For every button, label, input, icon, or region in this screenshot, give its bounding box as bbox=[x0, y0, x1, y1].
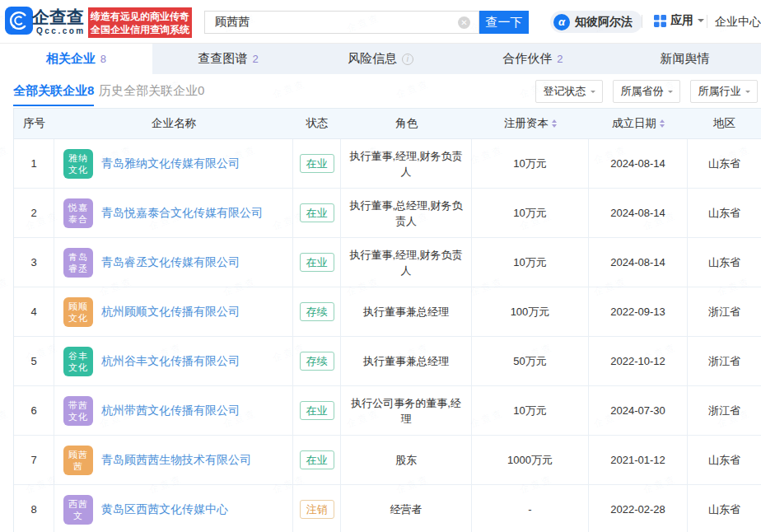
sort-icon[interactable] bbox=[552, 119, 557, 128]
region-cell: 山东省 bbox=[688, 436, 761, 484]
table-row: 3青岛睿丞青岛睿丞文化传媒有限公司在业执行董事,经理,财务负责人10万元2024… bbox=[14, 238, 761, 287]
tab-label: 相关企业 bbox=[46, 51, 96, 67]
date-cell: 2021-01-12 bbox=[589, 436, 688, 484]
company-cell: 顾茜茜青岛顾茜茜生物技术有限公司 bbox=[54, 436, 293, 484]
company-name-link[interactable]: 杭州谷丰文化传播有限公司 bbox=[101, 354, 240, 369]
column-header: 序号 bbox=[14, 109, 54, 138]
tab-label: 风险信息 bbox=[348, 51, 397, 67]
tab-1[interactable]: 查查图谱2 bbox=[152, 44, 305, 74]
company-logo: 带茜文化 bbox=[63, 396, 93, 426]
company-name-link[interactable]: 青岛雅纳文化传媒有限公司 bbox=[101, 156, 240, 171]
apps-grid-icon bbox=[654, 15, 666, 27]
qcc-logo-icon[interactable] bbox=[5, 7, 33, 35]
tab-label: 查查图谱 bbox=[198, 51, 248, 67]
status-cell: 注销 bbox=[293, 485, 341, 532]
row-index: 7 bbox=[14, 436, 54, 484]
column-header[interactable]: 注册资本 bbox=[472, 109, 589, 138]
date-cell: 2022-09-13 bbox=[589, 287, 688, 336]
status-cell: 在业 bbox=[293, 386, 341, 435]
region-cell: 浙江省 bbox=[688, 386, 761, 435]
tab-3[interactable]: 合作伙伴2 bbox=[456, 44, 609, 74]
capital-cell: - bbox=[472, 485, 589, 532]
column-header: 企业名称 bbox=[54, 109, 293, 138]
zhibi-alpha-link[interactable]: α 知彼阿尔法 bbox=[550, 11, 642, 33]
company-cell: 顾顺文化杭州顾顺文化传播有限公司 bbox=[54, 287, 293, 336]
tab-4[interactable]: 新闻舆情 bbox=[609, 44, 761, 74]
zhibi-alpha-icon: α bbox=[553, 14, 570, 30]
tab-count: 2 bbox=[253, 53, 259, 65]
status-cell: 存续 bbox=[293, 287, 341, 336]
capital-cell: 10万元 bbox=[472, 189, 589, 237]
table-row: 6带茜文化杭州带茜文化传播有限公司在业执行公司事务的董事,经理10万元2024-… bbox=[14, 386, 761, 436]
company-name-link[interactable]: 青岛顾茜茜生物技术有限公司 bbox=[101, 453, 251, 468]
company-logo: 悦嘉泰合 bbox=[63, 198, 93, 228]
capital-cell: 100万元 bbox=[472, 287, 589, 336]
tab-2[interactable]: 风险信息i bbox=[305, 44, 457, 74]
dropdown-reg-status[interactable]: 登记状态 bbox=[535, 80, 603, 103]
main-tabs: 相关企业8查查图谱2风险信息i合作伙伴2新闻舆情 bbox=[0, 43, 761, 74]
search-input[interactable] bbox=[204, 11, 479, 34]
table-row: 7顾茜茜青岛顾茜茜生物技术有限公司在业股东1000万元2021-01-12山东省 bbox=[14, 436, 761, 485]
date-cell: 2024-08-14 bbox=[589, 139, 688, 188]
company-name-link[interactable]: 黄岛区西茜文化传媒中心 bbox=[101, 502, 228, 517]
table-row: 1雅纳文化青岛雅纳文化传媒有限公司在业执行董事,经理,财务负责人10万元2024… bbox=[14, 139, 761, 189]
status-badge: 在业 bbox=[300, 450, 334, 469]
status-cell: 在业 bbox=[293, 436, 341, 484]
region-cell: 山东省 bbox=[688, 238, 761, 287]
filter-history-companies[interactable]: 历史全部关联企业0 bbox=[99, 83, 204, 99]
capital-cell: 10万元 bbox=[472, 238, 589, 287]
status-cell: 存续 bbox=[293, 337, 341, 385]
company-name-link[interactable]: 杭州带茜文化传播有限公司 bbox=[101, 404, 240, 418]
company-cell: 雅纳文化青岛雅纳文化传媒有限公司 bbox=[54, 139, 293, 188]
row-index: 3 bbox=[14, 238, 54, 287]
row-index: 1 bbox=[14, 139, 54, 188]
role-cell: 执行董事兼总经理 bbox=[341, 337, 472, 385]
status-badge: 存续 bbox=[300, 302, 334, 321]
tab-0[interactable]: 相关企业8 bbox=[0, 44, 152, 74]
column-header: 角色 bbox=[341, 109, 472, 138]
top-header: 企查查 Qcc.com 缔造有远见的商业传奇 全国企业信用查询系统 ✕ 查一下 … bbox=[0, 0, 761, 43]
tab-label: 合作伙伴 bbox=[502, 51, 552, 67]
enterprise-center-link[interactable]: 企业中心 bbox=[715, 15, 761, 30]
column-header[interactable]: 成立日期 bbox=[589, 109, 688, 138]
sort-icon[interactable] bbox=[660, 119, 665, 128]
search-button[interactable]: 查一下 bbox=[479, 11, 529, 34]
company-name-link[interactable]: 青岛睿丞文化传媒有限公司 bbox=[101, 255, 240, 270]
filter-row: 全部关联企业8 历史全部关联企业0 登记状态 所属省份 所属行业 bbox=[0, 74, 761, 108]
divider bbox=[707, 15, 707, 28]
region-cell: 浙江省 bbox=[688, 287, 761, 336]
role-cell: 执行公司事务的董事,经理 bbox=[341, 386, 472, 435]
company-logo: 西茜文 bbox=[63, 495, 93, 525]
chevron-down-icon bbox=[591, 91, 595, 96]
status-badge: 在业 bbox=[300, 253, 334, 272]
clear-search-icon[interactable]: ✕ bbox=[458, 16, 470, 29]
table-row: 5谷丰文化杭州谷丰文化传播有限公司存续执行董事兼总经理50万元2022-10-1… bbox=[14, 337, 761, 386]
date-cell: 2024-08-14 bbox=[589, 189, 688, 237]
company-cell: 西茜文黄岛区西茜文化传媒中心 bbox=[54, 485, 293, 532]
status-badge: 在业 bbox=[300, 154, 334, 173]
chevron-down-icon bbox=[745, 91, 750, 96]
company-logo: 雅纳文化 bbox=[63, 149, 93, 179]
brand-name[interactable]: 企查查 bbox=[32, 6, 84, 29]
apps-menu[interactable]: 应用 bbox=[654, 13, 704, 28]
column-header: 地区 bbox=[688, 109, 761, 138]
tab-count: 2 bbox=[557, 53, 563, 65]
row-index: 5 bbox=[14, 337, 54, 385]
chevron-down-icon bbox=[698, 19, 704, 26]
capital-cell: 1000万元 bbox=[472, 436, 589, 484]
status-cell: 在业 bbox=[293, 189, 341, 237]
region-cell: 山东省 bbox=[688, 485, 761, 532]
role-cell: 执行董事,总经理,财务负责人 bbox=[341, 189, 472, 237]
table-row: 2悦嘉泰合青岛悦嘉泰合文化传媒有限公司在业执行董事,总经理,财务负责人10万元2… bbox=[14, 189, 761, 238]
dropdown-province[interactable]: 所属省份 bbox=[613, 80, 680, 103]
status-badge: 注销 bbox=[300, 500, 334, 519]
role-cell: 执行董事,经理,财务负责人 bbox=[341, 139, 472, 188]
filter-all-companies[interactable]: 全部关联企业8 bbox=[13, 83, 94, 99]
company-name-link[interactable]: 杭州顾顺文化传播有限公司 bbox=[101, 305, 240, 320]
role-cell: 执行董事兼总经理 bbox=[341, 287, 472, 336]
dropdown-industry[interactable]: 所属行业 bbox=[690, 80, 758, 103]
region-cell: 山东省 bbox=[688, 189, 761, 237]
company-cell: 青岛睿丞青岛睿丞文化传媒有限公司 bbox=[54, 238, 293, 287]
status-cell: 在业 bbox=[293, 238, 341, 287]
company-name-link[interactable]: 青岛悦嘉泰合文化传媒有限公司 bbox=[101, 206, 263, 221]
